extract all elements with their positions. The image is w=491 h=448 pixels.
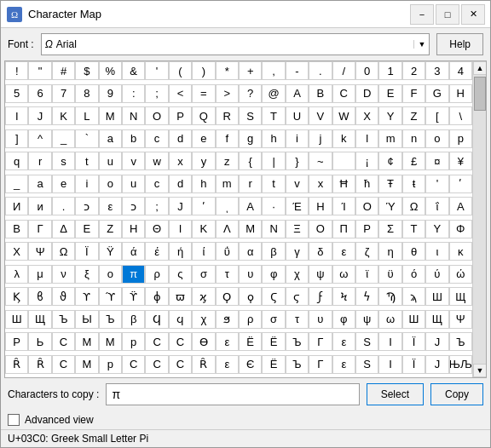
char-cell[interactable]: ЊЉ	[449, 355, 472, 374]
close-button[interactable]: ✕	[461, 4, 485, 25]
char-cell[interactable]: K	[52, 106, 75, 125]
char-cell[interactable]: g	[239, 129, 262, 148]
char-cell[interactable]: &	[122, 61, 145, 80]
char-cell[interactable]: Щ	[425, 310, 448, 329]
char-cell[interactable]: @	[262, 84, 285, 103]
char-cell[interactable]: S	[355, 355, 378, 374]
char-cell[interactable]: +	[239, 61, 262, 80]
char-cell[interactable]: d	[169, 129, 192, 148]
char-cell[interactable]: ¥	[449, 152, 472, 170]
char-cell[interactable]: ή	[169, 242, 192, 261]
char-cell[interactable]: Ϛ	[262, 287, 285, 306]
char-cell[interactable]: C	[332, 84, 355, 103]
char-cell[interactable]: b	[122, 129, 145, 148]
char-cell[interactable]: P	[169, 106, 192, 125]
char-cell[interactable]: Y	[378, 106, 401, 125]
char-cell[interactable]: Ё	[262, 332, 285, 351]
help-button[interactable]: Help	[436, 33, 483, 55]
char-cell[interactable]: Ї	[402, 355, 425, 374]
char-cell[interactable]: =	[192, 84, 215, 103]
char-cell[interactable]: _	[5, 175, 28, 193]
char-cell[interactable]: Ё	[239, 332, 262, 351]
char-cell[interactable]: :	[122, 84, 145, 103]
char-cell[interactable]: i	[286, 129, 309, 148]
char-cell[interactable]: ʹ	[192, 197, 215, 215]
advanced-view-label[interactable]: Advanced view	[25, 414, 94, 426]
char-cell[interactable]: h	[192, 175, 215, 193]
char-cell[interactable]: Α	[239, 197, 262, 215]
char-cell[interactable]: p	[449, 129, 472, 148]
char-cell[interactable]: ·	[262, 197, 285, 215]
char-cell[interactable]: υ	[309, 310, 332, 329]
char-cell[interactable]: T	[262, 106, 285, 125]
char-cell[interactable]: Β	[5, 220, 28, 238]
char-cell[interactable]: Ω	[402, 197, 425, 215]
maximize-button[interactable]: □	[436, 4, 459, 25]
char-cell[interactable]: $	[75, 61, 98, 80]
char-cell[interactable]: v	[122, 152, 145, 170]
char-cell[interactable]: ^	[28, 129, 51, 148]
char-cell[interactable]: Ħ	[332, 175, 355, 193]
char-cell[interactable]: _	[52, 129, 75, 148]
char-cell[interactable]: Ι	[169, 220, 192, 238]
char-cell[interactable]: J	[169, 197, 192, 215]
char-cell[interactable]: ϴ	[192, 332, 215, 351]
char-cell[interactable]: ɔ	[122, 197, 145, 215]
char-cell[interactable]: Ί	[332, 197, 355, 215]
char-cell[interactable]: Λ	[216, 220, 239, 238]
char-cell[interactable]: Ё	[262, 355, 285, 374]
char-cell[interactable]: Z	[402, 106, 425, 125]
char-cell[interactable]: ¤	[425, 152, 448, 170]
char-cell[interactable]: Ϋ	[99, 242, 122, 261]
char-cell[interactable]: ψ	[355, 310, 378, 329]
char-cell[interactable]: I	[5, 106, 28, 125]
char-cell[interactable]: Η	[309, 197, 332, 215]
char-cell[interactable]: ύ	[425, 265, 448, 284]
char-cell[interactable]: Ы	[75, 310, 98, 329]
char-cell[interactable]: Щ	[449, 287, 472, 306]
char-cell[interactable]: v	[286, 175, 309, 193]
char-cell[interactable]: '	[145, 61, 168, 80]
char-cell[interactable]: М	[99, 332, 122, 351]
char-cell[interactable]: *	[216, 61, 239, 80]
scroll-track[interactable]	[473, 75, 486, 364]
char-cell[interactable]: І	[378, 332, 401, 351]
char-cell[interactable]: [	[425, 106, 448, 125]
char-cell[interactable]: n	[402, 129, 425, 148]
char-cell[interactable]: F	[402, 84, 425, 103]
char-cell[interactable]: .	[52, 197, 75, 215]
char-cell[interactable]: J	[28, 106, 51, 125]
char-cell[interactable]: η	[378, 242, 401, 261]
char-cell[interactable]: ϛ	[286, 287, 309, 306]
char-cell[interactable]: С	[169, 355, 192, 374]
char-cell[interactable]: ¡	[355, 152, 378, 170]
char-cell[interactable]: J	[425, 332, 448, 351]
char-cell[interactable]: \	[449, 106, 472, 125]
char-cell[interactable]: M	[99, 106, 122, 125]
scroll-up-button[interactable]: ▲	[473, 61, 487, 75]
char-cell[interactable]: Ξ	[286, 220, 309, 238]
char-cell[interactable]: c	[145, 129, 168, 148]
char-cell[interactable]: ~	[309, 152, 332, 170]
char-cell[interactable]: 0	[355, 61, 378, 80]
char-cell[interactable]: m	[378, 129, 401, 148]
char-cell[interactable]: Г	[309, 332, 332, 351]
char-cell[interactable]: ϝ	[309, 287, 332, 306]
char-cell[interactable]: С	[122, 355, 145, 374]
char-cell[interactable]: 7	[52, 84, 75, 103]
char-cell[interactable]: М	[75, 355, 98, 374]
minimize-button[interactable]: −	[410, 4, 434, 25]
char-cell[interactable]: m	[216, 175, 239, 193]
char-cell[interactable]: β	[122, 310, 145, 329]
char-cell[interactable]: V	[309, 106, 332, 125]
char-cell[interactable]: ε	[216, 332, 239, 351]
char-cell[interactable]: X	[355, 106, 378, 125]
char-cell[interactable]: τ	[216, 265, 239, 284]
char-cell[interactable]: ϡ	[402, 287, 425, 306]
char-cell[interactable]: С	[145, 332, 168, 351]
char-cell[interactable]: τ	[286, 310, 309, 329]
char-cell[interactable]: .	[309, 61, 332, 80]
char-cell[interactable]: #	[52, 61, 75, 80]
char-cell[interactable]: Π	[332, 220, 355, 238]
char-cell[interactable]: ω	[332, 265, 355, 284]
